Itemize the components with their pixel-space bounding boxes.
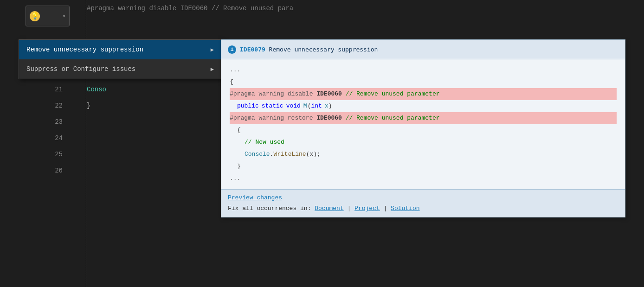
lightbulb-button[interactable]: 💡 ▾ [26, 6, 70, 26]
preview-line-pragma-disable: #pragma warning disable IDE0060 // Remov… [230, 88, 617, 100]
dropdown-arrow-icon: ▾ [63, 13, 65, 19]
tooltip-panel: i IDE0079 Remove unnecessary suppression… [221, 39, 625, 217]
preview-line-brace3: } [230, 160, 617, 172]
preview-line-dots1: ... [230, 64, 617, 76]
diagnostic-id: IDE0079 [240, 46, 265, 53]
preview-changes-link[interactable]: Preview changes [228, 194, 618, 201]
line-number-23: 23 [0, 114, 72, 130]
preview-line-console: Console . WriteLine (x); [230, 148, 617, 160]
preview-line-method-sig: public static void M ( int x ) [230, 100, 617, 112]
preview-line-pragma-restore: #pragma warning restore IDE0060 // Remov… [230, 112, 617, 124]
info-icon: i [228, 45, 236, 54]
editor-row-16: #pragma warning disable IDE0060 // Remov… [0, 0, 644, 16]
submenu-arrow-icon: ▶ [211, 46, 214, 53]
menu-item-label-suppress: Suppress or Configure issues [26, 65, 135, 73]
fix-all-text: Fix all occurrences in: Document | Proje… [228, 205, 420, 212]
pragma-text: #pragma warning disable IDE0060 // Remov… [87, 5, 293, 12]
line-number-26: 26 [0, 162, 72, 179]
preview-line-dots2: ... [230, 172, 617, 185]
context-menu: Remove unnecessary suppression ▶ Suppres… [19, 39, 222, 79]
line-number-22: 22 [0, 97, 72, 114]
code-line-16: #pragma warning disable IDE0060 // Remov… [72, 0, 644, 16]
fix-all-document-link[interactable]: Document [315, 205, 343, 212]
preview-line-brace1: { [230, 76, 617, 88]
preview-line-comment: // Now used [230, 136, 617, 148]
menu-item-remove-suppression[interactable]: Remove unnecessary suppression ▶ [19, 40, 221, 59]
menu-item-suppress-configure[interactable]: Suppress or Configure issues ▶ [19, 59, 221, 79]
fix-all-project-link[interactable]: Project [354, 205, 380, 212]
fix-all-solution-link[interactable]: Solution [391, 205, 419, 212]
submenu-arrow-icon-2: ▶ [211, 66, 214, 73]
line-number-24: 24 [0, 130, 72, 146]
line-number-25: 25 [0, 146, 72, 162]
preview-line-brace2: { [230, 124, 617, 136]
code-preview-area: ... { #pragma warning disable IDE0060 //… [221, 59, 625, 189]
menu-item-label-remove: Remove unnecessary suppression [26, 46, 143, 53]
fix-all-prefix: Fix all occurrences in: [228, 205, 315, 212]
lightbulb-icon: 💡 [30, 11, 40, 21]
tooltip-title: IDE0079 Remove unnecessary suppression [240, 46, 378, 53]
tooltip-header: i IDE0079 Remove unnecessary suppression [221, 40, 625, 59]
line-number-21: 21 [0, 81, 72, 97]
tooltip-footer: Preview changes Fix all occurrences in: … [221, 189, 625, 217]
